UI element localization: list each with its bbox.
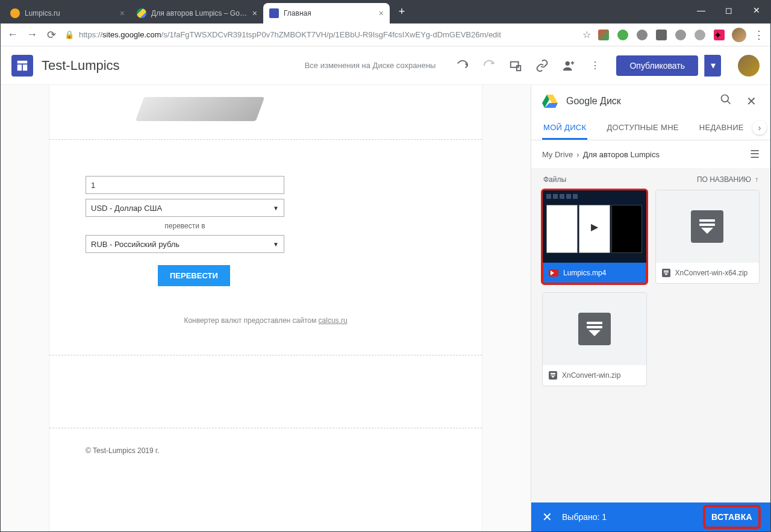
chevron-right-icon[interactable]: ›	[752, 120, 767, 135]
back-button[interactable]: ←	[7, 29, 19, 41]
browser-tab-3[interactable]: Главная ×	[263, 3, 390, 23]
undo-button[interactable]	[456, 59, 469, 72]
more-button[interactable]: ⋮	[588, 59, 602, 72]
file-card-archive[interactable]: XnConvert-win-x64.zip	[655, 190, 760, 284]
svg-point-5	[566, 61, 570, 65]
hdd-image	[136, 97, 265, 121]
video-thumbnail: ▶	[543, 190, 646, 263]
extension-icon[interactable]	[695, 30, 705, 40]
files-section-header: Файлы ПО НАЗВАНИЮ↑	[542, 172, 760, 190]
extension-icon[interactable]	[675, 30, 686, 40]
close-icon[interactable]: ×	[379, 8, 384, 18]
main-area: 1 USD - Доллар США▼ перевести в RUB - Ро…	[1, 85, 770, 531]
window-controls: ― ◻ ✕	[687, 1, 770, 20]
archive-thumbnail	[543, 293, 646, 365]
close-icon[interactable]: ✕	[743, 94, 760, 108]
drive-picker-panel: Google Диск ✕ МОЙ ДИСК ДОСТУПНЫЕ МНЕ НЕД…	[531, 85, 770, 531]
profile-avatar[interactable]	[732, 28, 746, 42]
star-icon[interactable]: ☆	[582, 29, 591, 40]
new-tab-button[interactable]: +	[393, 3, 410, 20]
save-status: Все изменения на Диске сохранены	[305, 61, 436, 70]
currency-converter: 1 USD - Доллар США▼ перевести в RUB - Ро…	[86, 176, 446, 325]
sort-button[interactable]: ПО НАЗВАНИЮ↑	[697, 175, 758, 184]
files-section: Файлы ПО НАЗВАНИЮ↑ ▶ Lumpics.mp4	[531, 168, 770, 502]
file-name: XnConvert-win.zip	[562, 371, 620, 380]
crumb-current[interactable]: Для авторов Lumpics	[583, 150, 660, 159]
sites-logo-icon[interactable]	[11, 55, 33, 77]
extension-icon[interactable]	[656, 30, 667, 40]
file-name-row: XnConvert-win-x64.zip	[656, 263, 760, 283]
tab-favicon	[269, 8, 279, 18]
lock-icon: 🔒	[64, 30, 74, 39]
drive-logo-icon	[542, 95, 558, 108]
play-icon: ▶	[581, 213, 608, 240]
to-currency-select[interactable]: RUB - Российский рубль▼	[86, 235, 284, 253]
maximize-button[interactable]: ◻	[715, 1, 743, 20]
search-icon[interactable]	[717, 93, 734, 108]
address-bar: ← → ⟳ 🔒 https://sites.google.com/s/1faFg…	[1, 23, 770, 46]
reload-button[interactable]: ⟳	[45, 29, 57, 41]
svg-rect-1	[17, 64, 22, 70]
close-button[interactable]: ✕	[743, 1, 770, 20]
file-card-archive[interactable]: XnConvert-win.zip	[542, 292, 647, 386]
archive-file-icon	[662, 269, 670, 277]
divider	[49, 139, 482, 140]
link-button[interactable]	[535, 59, 549, 72]
video-file-icon	[549, 269, 558, 277]
browser-tabs: Lumpics.ru × Для авторов Lumpics – Googl…	[4, 3, 410, 23]
file-name-row: Lumpics.mp4	[543, 263, 646, 283]
file-grid: ▶ Lumpics.mp4 XnConvert-win-x64.zip	[542, 190, 760, 386]
minimize-button[interactable]: ―	[687, 1, 715, 20]
extension-icons: ✦	[598, 30, 725, 40]
chevron-down-icon: ▼	[273, 205, 279, 211]
convert-button[interactable]: ПЕРЕВЕСТИ	[158, 265, 230, 286]
close-icon[interactable]: ×	[120, 8, 125, 18]
site-title-input[interactable]: Test-Lumpics	[42, 58, 120, 74]
file-name-row: XnConvert-win.zip	[543, 365, 646, 386]
insert-button[interactable]: ВСТАВКА	[704, 506, 760, 528]
selection-count: Выбрано: 1	[562, 512, 695, 522]
chevron-down-icon: ▼	[273, 241, 279, 248]
crumb-sep: ›	[576, 150, 579, 159]
arrow-up-icon: ↑	[755, 175, 758, 184]
tab-title: Lumpics.ru	[25, 9, 115, 17]
file-name: XnConvert-win-x64.zip	[675, 269, 748, 277]
extension-icon[interactable]: ✦	[714, 30, 725, 40]
browser-tab-2[interactable]: Для авторов Lumpics – Google Д ×	[131, 3, 263, 23]
calcus-link[interactable]: calcus.ru	[319, 316, 348, 325]
editor-canvas[interactable]: 1 USD - Доллар США▼ перевести в RUB - Ро…	[1, 85, 531, 531]
divider	[49, 355, 482, 355]
publish-button[interactable]: Опубликовать	[616, 55, 698, 76]
tab-recent[interactable]: НЕДАВНИЕ	[698, 117, 745, 140]
url-host: sites.google.com	[102, 30, 161, 39]
file-name: Lumpics.mp4	[563, 269, 606, 277]
browser-tab-1[interactable]: Lumpics.ru ×	[4, 3, 131, 23]
redo-button[interactable]	[482, 59, 496, 72]
account-avatar[interactable]	[738, 55, 760, 77]
divider	[49, 428, 482, 428]
drive-title: Google Диск	[566, 96, 709, 107]
file-card-video[interactable]: ▶ Lumpics.mp4	[542, 190, 647, 284]
publish-dropdown[interactable]: ▾	[704, 55, 721, 77]
clear-selection-button[interactable]: ✕	[542, 510, 552, 524]
share-button[interactable]	[562, 59, 575, 72]
from-currency-select[interactable]: USD - Доллар США▼	[86, 199, 284, 217]
amount-input[interactable]: 1	[86, 176, 284, 194]
forward-button[interactable]: →	[26, 29, 38, 41]
drive-header: Google Диск ✕	[531, 85, 770, 117]
archive-file-icon	[549, 371, 557, 380]
preview-button[interactable]	[509, 59, 522, 72]
crumb-root[interactable]: My Drive	[542, 150, 573, 159]
extension-icon[interactable]	[598, 30, 609, 40]
extension-icon[interactable]	[617, 30, 628, 40]
app-header: Test-Lumpics Все изменения на Диске сохр…	[1, 46, 770, 85]
url-box[interactable]: 🔒 https://sites.google.com/s/1faFgTWSXDC…	[64, 30, 575, 39]
toolbar: ⋮	[456, 59, 602, 72]
menu-button[interactable]: ⋮	[754, 28, 764, 42]
tab-shared[interactable]: ДОСТУПНЫЕ МНЕ	[605, 117, 679, 140]
close-icon[interactable]: ×	[252, 8, 257, 18]
convert-label: перевести в	[86, 222, 284, 230]
tab-my-drive[interactable]: МОЙ ДИСК	[542, 117, 587, 140]
list-view-icon[interactable]: ☰	[750, 148, 760, 161]
extension-icon[interactable]	[637, 30, 648, 40]
